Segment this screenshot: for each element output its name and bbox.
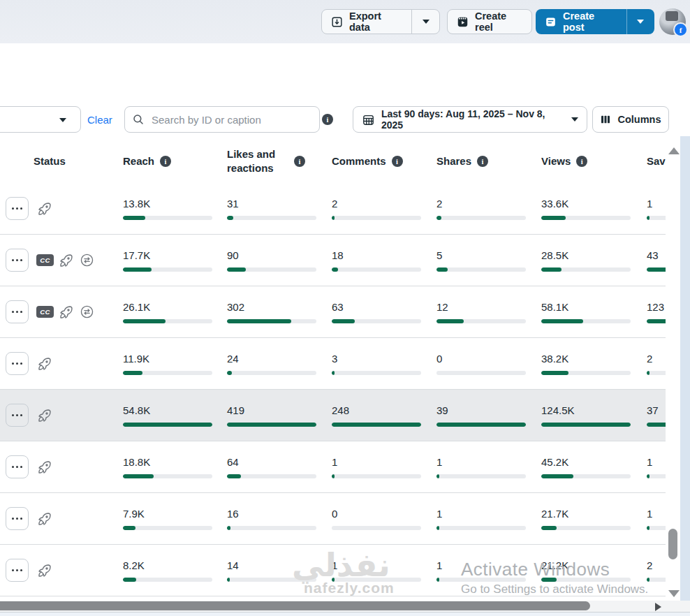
chevron-down-icon: [571, 117, 578, 122]
info-icon[interactable]: i: [160, 156, 171, 167]
page-edge-strip: [680, 136, 690, 601]
captions-badge-icon: CC: [36, 254, 54, 266]
metric-value: 0: [436, 353, 541, 365]
metric-value: 64: [227, 456, 332, 468]
row-actions-button[interactable]: [6, 197, 29, 220]
info-icon[interactable]: i: [392, 156, 403, 167]
metric-bar-track: [227, 319, 316, 323]
metric-cell-likes: 16: [227, 493, 332, 544]
column-header-saves[interactable]: Saves: [647, 140, 666, 183]
metric-value: 39: [436, 404, 541, 416]
row-actions-button[interactable]: [6, 300, 29, 323]
metric-value: 37: [647, 404, 666, 416]
scroll-down-arrow[interactable]: [668, 590, 680, 597]
metric-bar-fill: [541, 578, 557, 582]
metric-bar-fill: [436, 267, 448, 272]
metric-bar-track: [332, 474, 421, 478]
clear-filters-link[interactable]: Clear: [87, 114, 112, 126]
metric-value: 7.9K: [123, 508, 228, 520]
row-actions-button[interactable]: [6, 249, 29, 272]
table-row[interactable]: CC26.1K302631258.1K123: [0, 286, 666, 338]
row-actions-button[interactable]: [6, 507, 29, 530]
create-reel-button[interactable]: Create reel: [447, 9, 532, 34]
metric-bar-track: [436, 578, 526, 582]
table-row[interactable]: 54.8K41924839124.5K37: [0, 390, 666, 441]
metric-bar-fill: [541, 216, 566, 220]
row-status-cell: [0, 183, 123, 234]
metric-bar-fill: [227, 371, 232, 375]
metric-cell-likes: 31: [227, 183, 332, 234]
metric-value: 18.8K: [123, 456, 228, 468]
create-post-dropdown-button[interactable]: [626, 9, 654, 34]
metric-bar-track: [123, 474, 212, 478]
metric-cell-likes: 419: [227, 390, 332, 441]
scroll-up-arrow[interactable]: [668, 147, 680, 154]
metric-cell-comments: 3: [332, 338, 436, 389]
column-header-likes[interactable]: Likes and reactions i: [227, 140, 305, 183]
metric-value: 54.8K: [123, 404, 228, 416]
scroll-right-arrow[interactable]: [655, 603, 661, 611]
columns-label: Columns: [617, 114, 661, 125]
metric-cell-comments: 1: [332, 441, 436, 492]
column-header-views[interactable]: Views i: [541, 140, 587, 183]
metric-bar-fill: [123, 578, 136, 582]
metric-cell-views: 28.5K: [541, 235, 646, 286]
metric-cell-shares: 39: [436, 390, 541, 441]
table-row[interactable]: 7.9K160121.7K1: [0, 493, 666, 545]
table-row[interactable]: 18.8K641145.2K1: [0, 441, 666, 493]
metric-bar-fill: [647, 474, 649, 478]
metric-bar-track: [123, 216, 212, 220]
row-actions-button[interactable]: [6, 352, 29, 375]
metric-value: 8.2K: [123, 559, 228, 571]
metric-bar-track: [123, 371, 212, 375]
metric-value: 14: [227, 559, 332, 571]
horizontal-scrollbar-thumb[interactable]: [0, 601, 590, 610]
vertical-scrollbar-thumb[interactable]: [668, 529, 677, 559]
metric-cell-saves: 43: [647, 235, 666, 286]
row-actions-button[interactable]: [6, 404, 29, 427]
column-header-reach[interactable]: Reach i: [123, 140, 171, 183]
column-header-shares[interactable]: Shares i: [436, 140, 488, 183]
info-icon[interactable]: i: [477, 156, 488, 167]
metric-cell-likes: 90: [227, 235, 332, 286]
create-post-button[interactable]: Create post: [536, 9, 626, 34]
column-header-comments[interactable]: Comments i: [332, 140, 403, 183]
metric-bar-track: [541, 371, 631, 375]
row-actions-button[interactable]: [6, 559, 29, 582]
metric-bar-track: [332, 578, 421, 582]
metric-cell-reach: 7.9K: [123, 493, 228, 544]
metric-bar-track: [541, 578, 631, 582]
profile-avatar[interactable]: f: [659, 8, 686, 35]
metric-cell-shares: 12: [436, 286, 541, 337]
create-post-label: Create post: [563, 10, 618, 33]
export-dropdown-button[interactable]: [412, 10, 439, 34]
search-info-icon[interactable]: i: [322, 114, 333, 125]
metric-bar-track: [123, 526, 212, 530]
filter-dropdown[interactable]: [0, 106, 81, 133]
create-reel-label: Create reel: [475, 10, 523, 33]
metric-bar-fill: [541, 526, 557, 530]
metric-bar-fill: [332, 474, 335, 478]
columns-button[interactable]: Columns: [592, 106, 669, 133]
export-data-button[interactable]: Export data: [322, 10, 411, 34]
boost-rocket-icon: [36, 511, 53, 527]
metric-value: 58.1K: [541, 301, 646, 313]
column-header-status[interactable]: Status: [34, 140, 66, 183]
info-icon[interactable]: i: [294, 156, 305, 167]
table-row[interactable]: 13.8K312233.6K1: [0, 183, 666, 235]
metric-value: 1: [647, 508, 666, 520]
metric-value: 2: [332, 198, 436, 210]
metric-value: 17.7K: [123, 249, 228, 261]
table-row[interactable]: 11.9K243038.2K2: [0, 338, 666, 390]
boost-rocket-icon: [36, 459, 53, 476]
table-row[interactable]: 8.2K141121.2K2: [0, 545, 666, 596]
metric-bar-fill: [436, 474, 439, 478]
search-input[interactable]: [150, 113, 312, 126]
metric-value: 21.7K: [541, 508, 646, 520]
metric-cell-comments: 18: [332, 235, 436, 286]
table-row[interactable]: CC17.7K9018528.5K43: [0, 235, 666, 286]
metric-bar-track: [436, 474, 526, 478]
date-range-selector[interactable]: Last 90 days: Aug 11, 2025 – Nov 8, 2025: [353, 106, 587, 133]
info-icon[interactable]: i: [576, 156, 587, 167]
row-actions-button[interactable]: [6, 455, 29, 478]
